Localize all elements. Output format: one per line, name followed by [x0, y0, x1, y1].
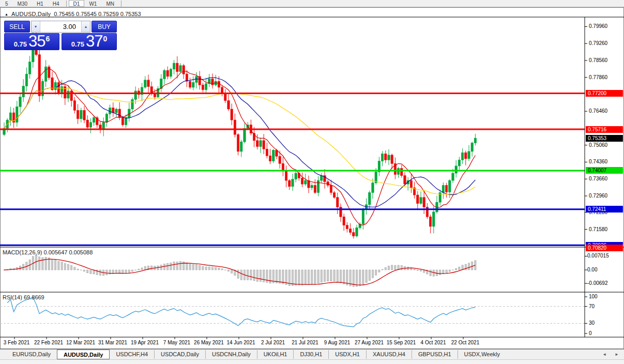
ma-fast-line [4, 68, 475, 225]
rsi-line [7, 297, 475, 327]
volume-increase-icon[interactable]: ▲ [81, 21, 90, 32]
collapse-panel-icon[interactable]: ▲ [5, 12, 8, 16]
price-tick-label: 0.71580 [589, 226, 607, 232]
price-level-badge: 0.72411 [586, 206, 623, 213]
price-level-badge: 0.75353 [586, 135, 623, 142]
chart-tab-usdcnh-daily[interactable]: USDCNH,Daily [205, 350, 257, 359]
timeframe-toolbar: 5M30H1H4D1W1MN [0, 0, 624, 7]
timeframe-button-h1[interactable]: H1 [32, 0, 48, 7]
date-axis-label: 4 Oct 2021 [421, 340, 446, 345]
chart-ohlc-values: 0.75455 0.75545 0.75259 0.75353 [54, 11, 141, 17]
buy-button[interactable]: BUY [92, 21, 117, 33]
price-level-badge: 0.74007 [586, 167, 623, 174]
buy-price-pip: 0 [103, 35, 108, 43]
date-axis-label: 19 Apr 2021 [131, 340, 159, 345]
price-tick-label: 0.73660 [589, 176, 607, 181]
volume-input[interactable]: 3.00 [40, 21, 81, 32]
rsi-tick-label: 0 [589, 330, 592, 336]
timeframe-button-5[interactable]: 5 [1, 0, 13, 7]
tab-scroll-right-icon[interactable]: ► [615, 352, 619, 357]
chart-title: ▲ AUDUSD,Daily 0.75455 0.75545 0.75259 0… [5, 11, 141, 17]
macd-indicator-label: MACD(12,26,9) 0.005647 0.005088 [3, 249, 93, 255]
rsi-tick-label: 70 [589, 304, 595, 309]
date-axis-label: 22 Oct 2021 [451, 340, 479, 345]
date-axis-label: 15 Sep 2021 [387, 340, 416, 345]
sell-price-pip: 6 [46, 35, 50, 43]
status-strip [0, 359, 624, 364]
date-axis-label: 3 Feb 2021 [4, 340, 30, 345]
sell-price-big: 35 [28, 35, 45, 48]
tab-scroll-left-icon[interactable]: ◄ [602, 352, 606, 357]
macd-tick-label: -0.00692 [587, 280, 607, 286]
timeframe-button-m30[interactable]: M30 [13, 0, 32, 7]
metatrader-window: { "toolbar": { "timeframes": ["5", "M30"… [0, 0, 624, 364]
chart-tab-usdx-weekly[interactable]: USDX,Weekly [458, 350, 506, 359]
buy-price-box[interactable]: 0.75 37 0 [62, 33, 117, 50]
macd-signal-line [4, 259, 475, 285]
toolbar-separator [66, 1, 67, 7]
chart-tab-bar: EURUSD,DailyAUDUSD,DailyUSDCHF,H4USDCAD,… [0, 349, 624, 359]
buy-price-big: 37 [86, 35, 102, 48]
ma-mid-line [4, 78, 475, 207]
toolbar-separator [121, 1, 121, 7]
rsi-tick-label: 100 [589, 294, 598, 299]
price-level-badge: 0.70820 [586, 245, 623, 251]
date-axis-label: 22 Feb 2021 [34, 340, 63, 345]
sell-price-box[interactable]: 0.75 35 6 [4, 33, 59, 50]
price-tick-label: 0.79260 [589, 40, 607, 46]
sell-price-prefix: 0.75 [14, 40, 27, 48]
date-axis-label: 14 Jun 2021 [226, 340, 255, 345]
macd-tick-label: 0.00 [587, 267, 597, 272]
chart-tab-gbpusd-h1[interactable]: GBPUSD,H1 [412, 350, 458, 359]
date-axis-label: 12 Mar 2021 [66, 340, 95, 345]
chart-canvas[interactable] [0, 7, 624, 349]
sell-button[interactable]: SELL [4, 21, 30, 33]
price-level-badge: 0.75716 [586, 126, 623, 133]
date-axis-label: 27 Aug 2021 [355, 340, 384, 345]
price-tick-label: 0.76460 [589, 108, 607, 114]
chart-tab-xauusd-h4[interactable]: XAUUSD,H4 [366, 350, 412, 359]
price-tick-label: 0.75060 [589, 142, 607, 148]
chart-tab-dj30-h1[interactable]: DJ30,H1 [293, 350, 328, 359]
rsi-indicator-label: RSI(14) 69.8669 [3, 294, 44, 300]
date-axis-label: 31 Mar 2021 [98, 340, 127, 345]
macd-tick-label: 0.007015 [587, 253, 609, 259]
price-tick-label: 0.74360 [589, 159, 607, 164]
date-axis-label: 2 Jul 2021 [261, 340, 285, 345]
price-tick-label: 0.78560 [589, 57, 607, 63]
timeframe-button-mn[interactable]: MN [101, 0, 119, 7]
chart-tab-eurusd-daily[interactable]: EURUSD,Daily [6, 350, 57, 359]
date-axis-label: 7 May 2021 [163, 340, 190, 345]
date-axis-label: 9 Aug 2021 [324, 340, 351, 345]
price-tick-label: 0.72960 [589, 193, 607, 199]
chart-symbol-label: AUDUSD,Daily [11, 11, 51, 17]
timeframe-button-h4[interactable]: H4 [48, 0, 64, 7]
date-axis-label: 21 Jul 2021 [292, 340, 318, 345]
volume-stepper: ▼ 3.00 ▲ [31, 21, 90, 33]
price-tick-label: 0.77860 [589, 74, 607, 80]
rsi-tick-label: 30 [589, 320, 595, 326]
chart-tab-usdx-h1[interactable]: USDX,H1 [328, 350, 366, 359]
date-axis-label: 26 May 2021 [194, 340, 224, 345]
buy-price-prefix: 0.75 [71, 40, 84, 48]
timeframe-button-w1[interactable]: W1 [84, 0, 101, 7]
price-level-badge: 0.77200 [586, 90, 623, 97]
one-click-trade-panel: SELL ▼ 3.00 ▲ BUY 0.75 35 6 0.75 37 0 [4, 21, 117, 50]
chart-tab-usdchf-h4[interactable]: USDCHF,H4 [110, 350, 154, 359]
price-tick-label: 0.79960 [589, 23, 607, 29]
volume-decrease-icon[interactable]: ▼ [32, 21, 40, 32]
chart-tab-usdcad-daily[interactable]: USDCAD,Daily [154, 350, 205, 359]
timeframe-button-d1[interactable]: D1 [69, 0, 85, 7]
chart-tab-audusd-daily[interactable]: AUDUSD,Daily [57, 350, 110, 359]
chart-tab-ukoil-h1[interactable]: UKOil,H1 [257, 350, 294, 359]
